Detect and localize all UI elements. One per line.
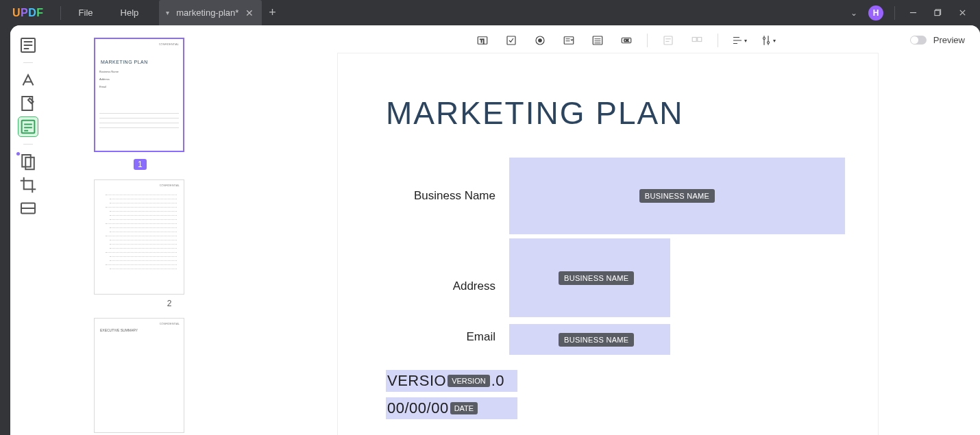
window-controls: ⌄ H bbox=[844, 3, 980, 23]
form-field-date[interactable]: 00/00/00 DATE bbox=[386, 397, 517, 419]
field-tag: DATE bbox=[450, 402, 478, 414]
thumbnail-label-2: 2 bbox=[94, 299, 245, 308]
dropdown-tool[interactable] bbox=[561, 32, 577, 49]
window-maximize-button[interactable] bbox=[927, 3, 948, 23]
svg-rect-33 bbox=[664, 36, 672, 45]
add-tab-button[interactable]: + bbox=[262, 5, 283, 20]
field-tag: BUSINESS NAME bbox=[639, 189, 715, 203]
thumbnail-section-title: EXECUTIVE SUMMARY bbox=[100, 328, 180, 332]
version-text-suffix: .0 bbox=[491, 372, 504, 390]
rail-separator bbox=[23, 62, 33, 63]
field-tag: VERSION bbox=[448, 375, 490, 387]
avatar[interactable]: H bbox=[868, 5, 883, 21]
preview-label: Preview bbox=[933, 35, 965, 45]
svg-text:OK: OK bbox=[624, 38, 629, 42]
form-field-version[interactable]: VERSIO VERSION .0 bbox=[386, 370, 517, 392]
version-text-prefix: VERSIO bbox=[387, 372, 446, 390]
organize-pages-icon[interactable] bbox=[18, 151, 38, 172]
form-field-email[interactable]: BUSINESS NAME bbox=[509, 324, 670, 355]
page-thumbnail-2[interactable]: CONFIDENTIAL bbox=[94, 179, 184, 295]
thumbnail-confidential: CONFIDENTIAL bbox=[99, 322, 180, 325]
menu-help[interactable]: Help bbox=[107, 8, 153, 18]
edit-text-icon[interactable] bbox=[18, 93, 38, 114]
image-field-tool[interactable] bbox=[689, 32, 705, 49]
date-text: 00/00/00 bbox=[387, 399, 449, 417]
radio-tool[interactable] bbox=[532, 32, 548, 49]
reader-mode-icon[interactable] bbox=[18, 35, 38, 55]
crop-icon[interactable] bbox=[18, 175, 38, 195]
preview-toggle-group: Preview bbox=[910, 35, 965, 45]
chevron-down-icon[interactable]: ⌄ bbox=[844, 5, 864, 21]
svg-rect-16 bbox=[25, 158, 34, 170]
button-tool[interactable]: OK bbox=[618, 32, 635, 49]
document-page[interactable]: MARKETING PLAN Business Name BUSINESS NA… bbox=[337, 53, 879, 435]
toolbar-separator bbox=[718, 34, 718, 47]
window-close-button[interactable] bbox=[951, 3, 973, 23]
redact-icon[interactable] bbox=[18, 198, 38, 219]
preview-toggle[interactable] bbox=[910, 36, 927, 45]
listbox-tool[interactable] bbox=[589, 32, 606, 49]
divider bbox=[60, 6, 61, 20]
form-settings-tool[interactable]: ▾ bbox=[759, 32, 776, 49]
window-minimize-button[interactable] bbox=[902, 3, 924, 23]
field-tag: BUSINESS NAME bbox=[559, 271, 634, 285]
form-mode-icon[interactable] bbox=[18, 116, 38, 137]
svg-rect-36 bbox=[692, 38, 696, 42]
page-thumbnail-1[interactable]: CONFIDENTIAL MARKETING PLAN Business Nam… bbox=[94, 38, 184, 152]
svg-rect-2 bbox=[934, 10, 939, 15]
app-body: CONFIDENTIAL MARKETING PLAN Business Nam… bbox=[10, 25, 980, 435]
document-tab[interactable]: ▾ marketing-plan* ✕ bbox=[159, 0, 262, 25]
thumbnail-panel: CONFIDENTIAL MARKETING PLAN Business Nam… bbox=[46, 25, 245, 435]
menu-file[interactable]: File bbox=[65, 8, 107, 18]
checkbox-tool[interactable] bbox=[503, 32, 519, 49]
field-tag: BUSINESS NAME bbox=[559, 333, 634, 347]
page-thumbnail-3[interactable]: CONFIDENTIAL EXECUTIVE SUMMARY bbox=[94, 318, 184, 433]
field-label-address: Address bbox=[386, 260, 509, 293]
indicator-dot bbox=[16, 152, 20, 156]
svg-rect-15 bbox=[22, 155, 31, 167]
form-field-address[interactable]: BUSINESS NAME bbox=[509, 238, 670, 317]
thumbnail-title: MARKETING PLAN bbox=[101, 60, 179, 64]
tab-dropdown-icon[interactable]: ▾ bbox=[166, 9, 169, 16]
svg-rect-37 bbox=[698, 38, 702, 42]
rail-separator bbox=[23, 144, 33, 145]
signature-tool[interactable] bbox=[660, 32, 676, 49]
toolbar-separator bbox=[647, 34, 648, 47]
thumbnail-label-1: 1 bbox=[134, 159, 147, 170]
titlebar: UPDF File Help ▾ marketing-plan* ✕ + ⌄ H bbox=[0, 0, 980, 25]
svg-rect-21 bbox=[507, 36, 515, 45]
svg-text:T|: T| bbox=[480, 38, 485, 44]
tab-title: marketing-plan* bbox=[176, 8, 238, 18]
svg-point-41 bbox=[763, 38, 765, 40]
form-toolbar: T| OK bbox=[245, 32, 980, 49]
field-label-business-name: Business Name bbox=[386, 189, 509, 203]
form-field-business-name[interactable]: BUSINESS NAME bbox=[509, 158, 845, 234]
tab-close-icon[interactable]: ✕ bbox=[245, 8, 254, 18]
align-tool[interactable]: ▾ bbox=[731, 32, 747, 49]
left-tool-rail bbox=[10, 25, 46, 435]
svg-point-44 bbox=[767, 42, 769, 44]
document-canvas: T| OK bbox=[245, 25, 980, 435]
svg-point-23 bbox=[539, 39, 542, 42]
text-field-tool[interactable]: T| bbox=[474, 32, 491, 49]
highlight-icon[interactable] bbox=[18, 70, 38, 90]
divider bbox=[894, 6, 895, 20]
document-title: MARKETING PLAN bbox=[386, 95, 878, 132]
thumbnail-confidential: CONFIDENTIAL bbox=[99, 42, 179, 46]
field-label-email: Email bbox=[386, 330, 509, 344]
app-logo: UPDF bbox=[0, 7, 56, 19]
